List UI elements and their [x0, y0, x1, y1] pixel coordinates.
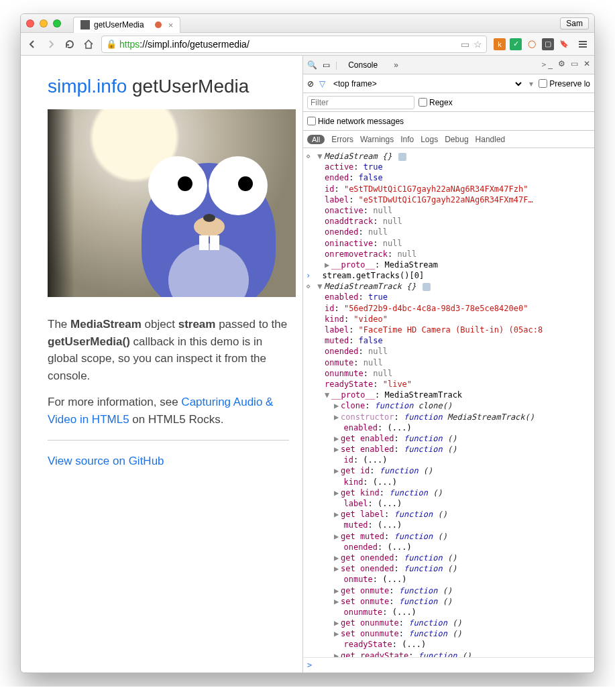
info-badge-icon[interactable] [423, 283, 431, 291]
paragraph: For more information, see Capturing Audi… [48, 394, 289, 428]
reload-button[interactable] [64, 38, 76, 50]
level-logs[interactable]: Logs [421, 135, 438, 144]
regex-checkbox[interactable]: Regex [418, 98, 453, 107]
title-rest: getUserMedia [127, 76, 249, 97]
paragraph: The MediaStream object stream passed to … [48, 316, 289, 384]
log-level-bar: All Errors Warnings Info Logs Debug Hand… [303, 131, 594, 148]
forward-button[interactable] [45, 38, 57, 50]
extension-icons: k ✓ ◯ ▢ 🔖 [494, 38, 570, 50]
devtools-panel: 🔍 ▭ | Console » ＞_ ⚙ ▭ ✕ ⊘ ▽ <top frame>… [302, 56, 594, 673]
filter-funnel-icon[interactable]: ▽ [319, 79, 325, 89]
divider [48, 440, 289, 441]
console-output[interactable]: ⋄ ▼MediaStream {} active: true ended: fa… [303, 148, 594, 657]
url-path: ://simpl.info/getusermedia/ [139, 39, 249, 50]
url-scheme: https [119, 39, 139, 50]
more-tabs-button[interactable]: » [388, 58, 404, 72]
level-all[interactable]: All [307, 135, 325, 144]
dock-side-icon[interactable]: ▭ [571, 59, 578, 70]
view-source-link[interactable]: View source on GitHub [48, 455, 164, 467]
bookmark-star-icon[interactable]: ☆ [473, 39, 482, 50]
tab-favicon [80, 20, 90, 30]
clear-console-icon[interactable]: ⊘ [307, 79, 314, 89]
close-window-button[interactable] [26, 19, 34, 27]
tab-title: getUserMedia [94, 20, 144, 30]
hide-network-checkbox[interactable]: Hide network messages [307, 117, 404, 126]
traffic-lights [26, 19, 61, 27]
recording-indicator-icon [155, 21, 162, 28]
browser-window: getUserMedia × Sam 🔒 https://simpl.info/… [20, 13, 595, 673]
home-button[interactable] [82, 38, 95, 50]
devtools-tabbar: 🔍 ▭ | Console » ＞_ ⚙ ▭ ✕ [303, 56, 594, 74]
extension-icon[interactable]: ✓ [510, 38, 522, 50]
extension-icon[interactable]: 🔖 [558, 38, 570, 50]
level-errors[interactable]: Errors [331, 135, 353, 144]
extension-icon[interactable]: ▢ [542, 38, 554, 50]
address-bar[interactable]: 🔒 https://simpl.info/getusermedia/ ▭ ☆ [101, 36, 487, 53]
console-tab[interactable]: Console [343, 58, 383, 72]
browser-tab[interactable]: getUserMedia × [73, 17, 180, 33]
console-context-bar: ⊘ ▽ <top frame> ▾ Preserve lo [303, 74, 594, 93]
console-filter-bar: Regex [303, 93, 594, 112]
frame-selector[interactable]: <top frame> [331, 78, 524, 89]
level-debug[interactable]: Debug [445, 135, 468, 144]
page-title: simpl.info getUserMedia [48, 76, 289, 97]
level-warnings[interactable]: Warnings [360, 135, 394, 144]
device-mode-icon[interactable]: ▭ [323, 60, 330, 70]
info-badge-icon[interactable] [398, 153, 406, 161]
level-info[interactable]: Info [400, 135, 414, 144]
hide-network-row: Hide network messages [303, 112, 594, 131]
level-handled[interactable]: Handled [476, 135, 506, 144]
tab-close-button[interactable]: × [168, 20, 174, 30]
console-prompt[interactable]: > [303, 657, 594, 673]
lock-icon: 🔒 [106, 39, 117, 49]
back-button[interactable] [26, 38, 38, 50]
settings-gear-icon[interactable]: ⚙ [558, 59, 565, 70]
menu-button[interactable] [577, 38, 589, 50]
title-link[interactable]: simpl.info [48, 76, 127, 97]
devtools-close-button[interactable]: ✕ [583, 59, 590, 70]
camera-indicator-icon[interactable]: ▭ [461, 39, 469, 50]
zoom-window-button[interactable] [53, 19, 61, 27]
inspect-icon[interactable]: 🔍 [307, 60, 317, 70]
extension-icon[interactable]: ◯ [526, 38, 538, 50]
window-titlebar: getUserMedia × Sam [21, 14, 594, 33]
filter-input[interactable] [307, 96, 414, 109]
show-drawer-icon[interactable]: ＞_ [540, 59, 553, 70]
preserve-log-checkbox[interactable]: Preserve lo [539, 79, 590, 89]
browser-toolbar: 🔒 https://simpl.info/getusermedia/ ▭ ☆ k… [21, 33, 594, 56]
video-element[interactable] [48, 109, 296, 297]
profile-button[interactable]: Sam [560, 17, 589, 30]
web-page: simpl.info getUserMedia The MediaStream [21, 56, 302, 673]
extension-icon[interactable]: k [494, 38, 506, 50]
content-area: simpl.info getUserMedia The MediaStream [21, 56, 594, 673]
minimize-window-button[interactable] [40, 19, 48, 27]
